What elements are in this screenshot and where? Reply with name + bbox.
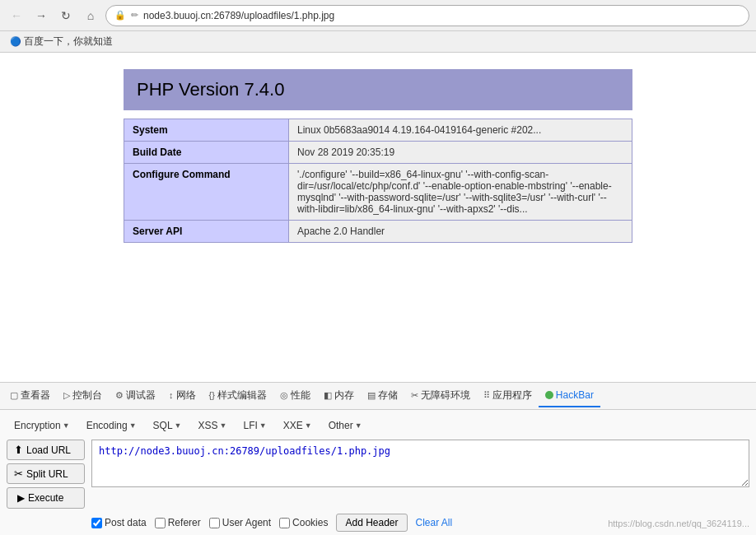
- add-header-button[interactable]: Add Header: [336, 514, 407, 532]
- row-value: Nov 28 2019 20:35:19: [289, 142, 632, 164]
- memory-label: 内存: [334, 388, 354, 402]
- row-value: Linux 0b5683aa9014 4.19.164-0419164-gene…: [289, 119, 632, 142]
- network-label: 网络: [176, 388, 196, 402]
- accessibility-icon: ✂: [411, 390, 418, 401]
- user-agent-checkbox[interactable]: [209, 518, 220, 528]
- baidu-icon: 🔵: [10, 36, 21, 47]
- php-version-title: PHP Version 7.4.0: [137, 79, 619, 100]
- other-caret: ▼: [355, 421, 362, 430]
- row-value: './configure' '--build=x86_64-linux-gnu'…: [289, 164, 632, 221]
- back-button[interactable]: ←: [7, 6, 26, 26]
- php-header: PHP Version 7.4.0: [124, 69, 632, 110]
- devtools-tab-accessibility[interactable]: ✂ 无障碍环境: [404, 384, 477, 409]
- xxe-menu[interactable]: XXE ▼: [276, 416, 320, 435]
- row-value: Apache 2.0 Handler: [289, 221, 632, 243]
- split-icon: ✂: [14, 468, 23, 480]
- row-key: Build Date: [124, 142, 289, 164]
- encoding-caret: ▼: [129, 421, 137, 430]
- edit-icon: ✏: [131, 10, 138, 21]
- lfi-menu[interactable]: LFI ▼: [236, 416, 273, 435]
- row-key: System: [124, 119, 289, 142]
- devtools-tab-style[interactable]: {} 样式编辑器: [203, 384, 273, 409]
- security-icon: 🔒: [114, 10, 126, 21]
- execute-button[interactable]: ▶ Execute: [7, 487, 85, 509]
- php-section: PHP Version 7.4.0 SystemLinux 0b5683aa90…: [0, 53, 756, 251]
- hackbar-main: ⬆ Load URL ✂ Split URL ▶ Execute http://…: [7, 440, 749, 509]
- devtools-tab-network[interactable]: ↕ 网络: [162, 384, 203, 409]
- xss-label: XSS: [198, 420, 218, 431]
- cookies-label: Cookies: [292, 517, 328, 528]
- execute-label: Execute: [28, 492, 63, 504]
- sql-menu[interactable]: SQL ▼: [146, 416, 189, 435]
- row-key: Configure Command: [124, 164, 289, 221]
- devtools-tab-performance[interactable]: ◎ 性能: [273, 384, 317, 409]
- bookmarks-bar: 🔵 百度一下，你就知道: [0, 31, 756, 53]
- post-data-option[interactable]: Post data: [91, 517, 147, 528]
- referer-checkbox[interactable]: [155, 518, 166, 528]
- devtools-tab-debugger[interactable]: ⚙ 调试器: [109, 384, 162, 409]
- encryption-caret: ▼: [63, 421, 70, 430]
- style-label: 样式编辑器: [217, 388, 267, 402]
- post-data-label: Post data: [105, 517, 147, 528]
- execute-icon: ▶: [17, 492, 25, 504]
- split-url-button[interactable]: ✂ Split URL: [7, 463, 85, 484]
- encoding-menu[interactable]: Encoding ▼: [79, 416, 144, 435]
- encoding-label: Encoding: [86, 420, 128, 431]
- hackbar-menu: Encryption ▼ Encoding ▼ SQL ▼ XSS ▼ LFI …: [7, 415, 749, 440]
- encryption-menu[interactable]: Encryption ▼: [7, 416, 77, 435]
- row-key: Server API: [124, 221, 289, 243]
- bookmark-baidu[interactable]: 🔵 百度一下，你就知道: [7, 33, 116, 50]
- devtools-bar: ▢ 查看器 ▷ 控制台 ⚙ 调试器 ↕ 网络 {} 样式编辑器 ◎ 性能 ◧ 内…: [0, 382, 756, 410]
- other-label: Other: [329, 420, 353, 431]
- memory-icon: ◧: [324, 390, 332, 401]
- clear-all-link[interactable]: Clear All: [416, 517, 453, 528]
- page-wrapper: PHP Version 7.4.0 SystemLinux 0b5683aa90…: [0, 53, 756, 382]
- console-icon: ▷: [63, 390, 70, 401]
- elements-icon: ▢: [10, 390, 18, 401]
- url-input[interactable]: http://node3.buuoj.cn:26789/uploadfiles/…: [91, 440, 749, 487]
- xss-caret: ▼: [220, 421, 227, 430]
- referer-option[interactable]: Referer: [155, 517, 201, 528]
- load-icon: ⬆: [14, 444, 23, 456]
- elements-label: 查看器: [21, 388, 50, 402]
- performance-icon: ◎: [280, 390, 288, 401]
- cookies-checkbox[interactable]: [279, 518, 290, 528]
- watermark-text: https://blog.csdn.net/qq_3624119...: [608, 519, 749, 528]
- hackbar-panel: Encryption ▼ Encoding ▼ SQL ▼ XSS ▼ LFI …: [0, 410, 756, 535]
- sql-caret: ▼: [175, 421, 182, 430]
- devtools-tab-console[interactable]: ▷ 控制台: [57, 384, 109, 409]
- watermark: https://blog.csdn.net/qq_3624119...: [608, 519, 749, 528]
- sql-label: SQL: [153, 420, 173, 431]
- user-agent-label: User Agent: [222, 517, 271, 528]
- user-agent-option[interactable]: User Agent: [209, 517, 271, 528]
- url-display[interactable]: node3.buuoj.cn:26789/uploadfiles/1.php.j…: [143, 10, 334, 21]
- devtools-tab-storage[interactable]: ▤ 存储: [361, 384, 404, 409]
- devtools-tab-hackbar[interactable]: HackBar: [539, 384, 600, 407]
- devtools-tab-elements[interactable]: ▢ 查看器: [3, 384, 57, 409]
- forward-button[interactable]: →: [31, 6, 51, 26]
- post-data-checkbox[interactable]: [91, 518, 102, 528]
- load-url-button[interactable]: ⬆ Load URL: [7, 440, 85, 460]
- style-icon: {}: [209, 390, 215, 400]
- hackbar-buttons: ⬆ Load URL ✂ Split URL ▶ Execute: [7, 440, 85, 509]
- xxe-label: XXE: [283, 420, 303, 431]
- devtools-tab-memory[interactable]: ◧ 内存: [317, 384, 361, 409]
- browser-toolbar: ← → ↻ ⌂ 🔒 ✏ node3.buuoj.cn:26789/uploadf…: [0, 0, 756, 31]
- hackbar-url-area: http://node3.buuoj.cn:26789/uploadfiles/…: [91, 440, 749, 490]
- storage-label: 存储: [378, 388, 398, 402]
- devtools-tab-apps[interactable]: ⠿ 应用程序: [477, 384, 539, 409]
- table-row: Server APIApache 2.0 Handler: [124, 221, 632, 243]
- xss-menu[interactable]: XSS ▼: [191, 416, 235, 435]
- cookies-option[interactable]: Cookies: [279, 517, 328, 528]
- xxe-caret: ▼: [305, 421, 312, 430]
- debugger-label: 调试器: [126, 388, 156, 402]
- table-row: Build DateNov 28 2019 20:35:19: [124, 142, 632, 164]
- hackbar-label: HackBar: [556, 389, 594, 401]
- apps-label: 应用程序: [492, 388, 532, 402]
- load-url-label: Load URL: [26, 444, 71, 456]
- home-button[interactable]: ⌂: [81, 6, 100, 26]
- network-icon: ↕: [169, 390, 174, 400]
- lfi-label: LFI: [243, 420, 257, 431]
- other-menu[interactable]: Other ▼: [321, 416, 370, 435]
- refresh-button[interactable]: ↻: [56, 6, 76, 26]
